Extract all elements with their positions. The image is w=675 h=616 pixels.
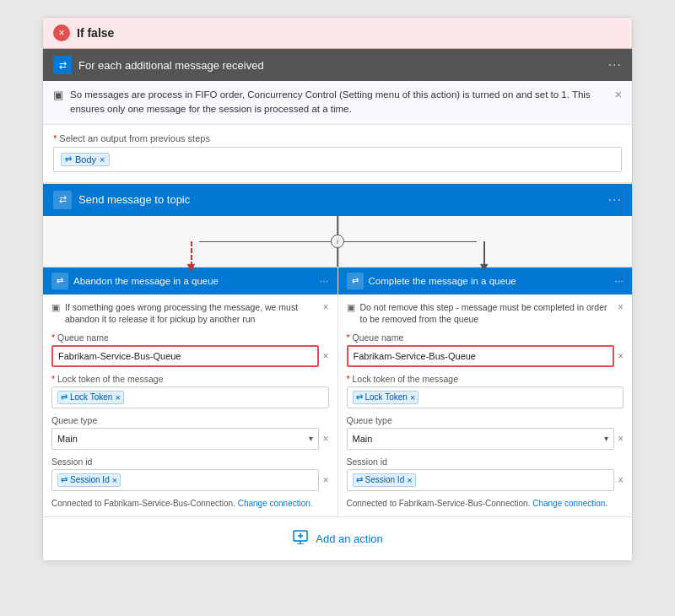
foreach-icon-symbol: ⇄ <box>59 60 67 71</box>
abandon-queue-type-clear[interactable]: × <box>322 433 328 445</box>
abandon-session-id-input[interactable]: ⇄ Session Id × <box>51 469 319 491</box>
complete-lock-token-close[interactable]: × <box>410 392 415 403</box>
abandon-info-row: ▣ If something goes wrong processing the… <box>51 301 329 326</box>
output-tag-value: Body <box>75 154 96 165</box>
connector-area: i ▼ ▼ <box>43 216 632 267</box>
abandon-session-id-clear[interactable]: × <box>322 474 328 486</box>
abandon-lock-token-label: * Lock token of the message <box>51 374 329 384</box>
abandon-col: ⇄ Abandon the message in a queue ··· ▣ I… <box>43 267 338 516</box>
abandon-col-title: Abandon the message in a queue <box>73 276 315 286</box>
abandon-queue-type-chevron: ▾ <box>309 434 313 443</box>
complete-connected-text: Connected to Fabrikam-Service-Bus-Connec… <box>347 498 624 510</box>
abandon-col-body: ▣ If something goes wrong processing the… <box>43 294 338 516</box>
complete-queue-type-chevron: ▾ <box>604 434 608 443</box>
abandon-queue-name-clear[interactable]: × <box>322 350 328 362</box>
abandon-info-icon: ▣ <box>51 302 60 313</box>
card-body: ⇄ For each additional message received ·… <box>43 49 632 560</box>
abandon-queue-type-label: Queue type <box>51 415 329 425</box>
abandon-session-id-close[interactable]: × <box>112 475 117 485</box>
foreach-icon: ⇄ <box>53 56 72 74</box>
complete-queue-type-clear[interactable]: × <box>618 433 624 445</box>
main-card: × If false ⇄ For each additional message… <box>42 17 633 561</box>
send-message-more-button[interactable]: ··· <box>608 192 622 208</box>
abandon-queue-type-row: Main ▾ × <box>51 428 329 450</box>
add-action-label[interactable]: Add an action <box>316 532 383 545</box>
abandon-session-id-row: ⇄ Session Id × × <box>51 469 329 491</box>
abandon-lock-token-value: Lock Token <box>70 392 112 402</box>
add-action-icon <box>292 529 309 548</box>
send-message-header: ⇄ Send message to topic ··· <box>43 184 632 216</box>
if-false-header: × If false <box>43 18 632 49</box>
abandon-session-id-group: Session id ⇄ Session Id × × <box>51 457 329 491</box>
abandon-lock-token-input[interactable]: ⇄ Lock Token × <box>51 386 329 408</box>
foreach-block: ⇄ For each additional message received ·… <box>43 49 632 184</box>
output-tag-close[interactable]: × <box>100 154 105 165</box>
complete-change-connection[interactable]: Change connection. <box>532 499 608 508</box>
foreach-more-button[interactable]: ··· <box>608 57 622 73</box>
complete-lock-token-input[interactable]: ⇄ Lock Token × <box>347 386 624 408</box>
output-tag-input[interactable]: ⇄ Body × <box>53 147 622 172</box>
abandon-queue-name-input[interactable] <box>51 345 319 367</box>
complete-queue-type-select[interactable]: Main ▾ <box>347 428 614 450</box>
abandon-connected-text: Connected to Fabrikam-Service-Bus-Connec… <box>51 498 329 510</box>
complete-queue-name-clear[interactable]: × <box>618 350 624 362</box>
output-label: * Select an output from previous steps <box>53 133 622 143</box>
complete-queue-type-row: Main ▾ × <box>347 428 624 450</box>
complete-col: ⇄ Complete the message in a queue ··· ▣ … <box>338 267 633 516</box>
complete-info-icon: ▣ <box>347 302 355 313</box>
complete-session-id-group: Session id ⇄ Session Id × × <box>347 457 624 491</box>
complete-session-id-input[interactable]: ⇄ Session Id × <box>347 469 614 491</box>
complete-session-id-close[interactable]: × <box>407 475 412 485</box>
abandon-queue-type-group: Queue type Main ▾ × <box>51 415 329 450</box>
abandon-lock-token-icon: ⇄ <box>61 392 68 402</box>
abandon-col-icon: ⇄ <box>51 273 68 289</box>
complete-col-body: ▣ Do not remove this step - message must… <box>338 294 633 516</box>
complete-queue-name-row: × <box>347 345 624 367</box>
complete-session-id-clear[interactable]: × <box>618 474 624 486</box>
complete-col-title: Complete the message in a queue <box>369 276 610 286</box>
info-banner-close[interactable]: × <box>615 88 622 101</box>
output-section: * Select an output from previous steps ⇄… <box>43 125 632 183</box>
tag-icon: ⇄ <box>65 154 72 164</box>
send-message-block: ⇄ Send message to topic ··· <box>43 184 632 216</box>
info-icon: ▣ <box>53 89 63 101</box>
abandon-queue-name-label: * Queue name <box>51 332 329 343</box>
complete-session-id-value: Session Id <box>365 475 405 484</box>
two-columns: ⇄ Abandon the message in a queue ··· ▣ I… <box>43 267 632 516</box>
arrow-left-down: ▼ <box>185 260 198 275</box>
complete-queue-name-input[interactable] <box>347 345 614 367</box>
abandon-session-id-icon: ⇄ <box>61 475 68 484</box>
foreach-header: ⇄ For each additional message received ·… <box>43 49 632 81</box>
abandon-session-id-label: Session id <box>51 457 329 467</box>
info-banner: ▣ So messages are process in FIFO order,… <box>43 81 632 125</box>
complete-lock-token-value: Lock Token <box>365 392 408 402</box>
complete-col-icon: ⇄ <box>347 273 364 289</box>
complete-session-id-tag: ⇄ Session Id × <box>353 473 416 487</box>
complete-info-row: ▣ Do not remove this step - message must… <box>347 301 624 326</box>
abandon-lock-token-close[interactable]: × <box>115 392 120 403</box>
abandon-queue-name-row: × <box>51 345 329 367</box>
complete-queue-type-label: Queue type <box>347 415 624 425</box>
complete-lock-token-icon: ⇄ <box>356 392 363 402</box>
arrow-right-down: ▼ <box>478 260 491 275</box>
complete-lock-token-tag: ⇄ Lock Token × <box>353 391 419 404</box>
complete-lock-token-label: * Lock token of the message <box>347 374 624 384</box>
abandon-session-id-value: Session Id <box>70 475 110 484</box>
complete-col-more-button[interactable]: ··· <box>614 274 624 287</box>
complete-lock-token-group: * Lock token of the message ⇄ Lock Token… <box>347 374 624 408</box>
info-banner-text: So messages are process in FIFO order, C… <box>70 88 608 117</box>
abandon-info-text: If something goes wrong processing the m… <box>65 301 317 326</box>
abandon-change-connection[interactable]: Change connection. <box>238 499 313 508</box>
complete-queue-type-group: Queue type Main ▾ × <box>347 415 624 450</box>
complete-info-close[interactable]: × <box>618 301 624 313</box>
foreach-title: For each additional message received <box>78 59 602 72</box>
connector-info-symbol: i <box>337 237 338 246</box>
abandon-info-close[interactable]: × <box>322 301 328 313</box>
abandon-queue-name-group: * Queue name × <box>51 332 329 367</box>
complete-session-id-icon: ⇄ <box>356 475 363 484</box>
add-action-footer: Add an action <box>43 516 632 560</box>
abandon-queue-type-select[interactable]: Main ▾ <box>51 428 319 450</box>
abandon-col-more-button[interactable]: ··· <box>320 274 329 287</box>
complete-queue-name-label: * Queue name <box>347 332 624 343</box>
close-button[interactable]: × <box>53 24 70 41</box>
